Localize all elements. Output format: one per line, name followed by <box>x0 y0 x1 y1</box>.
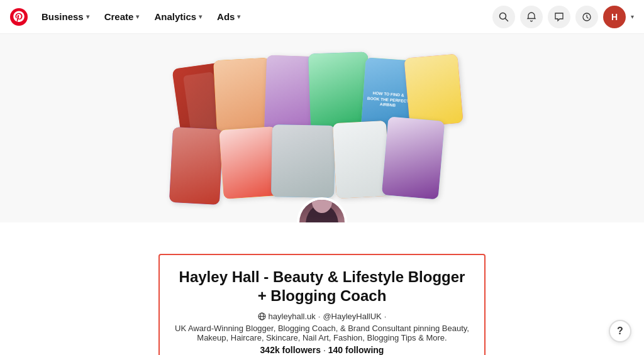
main-content: HOW TO FIND & BOOK THE PERFECT AIRBNB <box>0 34 644 355</box>
nav-ads-label: Ads <box>217 11 235 22</box>
followers-count[interactable]: 342k followers <box>260 345 321 355</box>
cover-area: HOW TO FIND & BOOK THE PERFECT AIRBNB <box>0 34 644 222</box>
search-icon <box>499 12 509 22</box>
pin-card <box>382 116 445 199</box>
profile-website[interactable]: hayleyhall.uk <box>269 312 316 321</box>
updates-icon <box>582 12 592 22</box>
avatar-silhouette <box>306 204 338 222</box>
profile-avatar <box>297 197 347 222</box>
nav-left: Business ▾ Create ▾ Analytics ▾ Ads ▾ <box>10 8 247 26</box>
pin-card <box>169 127 223 205</box>
avatar-chevron-icon: ▾ <box>631 13 634 20</box>
messages-button[interactable] <box>548 6 570 28</box>
nav-analytics-label: Analytics <box>154 11 196 22</box>
nav-business[interactable]: Business ▾ <box>35 8 96 26</box>
chevron-down-icon: ▾ <box>136 13 139 20</box>
nav-create-label: Create <box>104 11 134 22</box>
collage: HOW TO FIND & BOOK THE PERFECT AIRBNB <box>171 46 473 210</box>
profile-avatar-wrapper <box>297 197 347 222</box>
navbar: Business ▾ Create ▾ Analytics ▾ Ads ▾ <box>0 0 644 34</box>
profile-stats: 342k followers · 140 following <box>175 345 469 355</box>
user-avatar[interactable]: H <box>603 6 626 28</box>
bio-separator-2: · <box>384 312 387 321</box>
profile-name: Hayley Hall - Beauty & Lifestyle Blogger… <box>175 268 469 305</box>
globe-icon <box>258 312 266 320</box>
pin-card <box>271 124 335 198</box>
nav-right: H ▾ <box>492 6 634 28</box>
chevron-down-icon: ▾ <box>86 13 89 20</box>
chat-icon <box>554 12 564 22</box>
avatar-initials: H <box>611 12 618 22</box>
updates-button[interactable] <box>575 6 598 28</box>
svg-line-2 <box>506 18 508 21</box>
chevron-down-icon: ▾ <box>237 13 240 20</box>
nav-ads[interactable]: Ads ▾ <box>211 8 247 26</box>
help-button[interactable]: ? <box>609 320 631 342</box>
bio-separator: · <box>318 312 321 321</box>
stats-separator: · <box>323 345 328 355</box>
chevron-down-icon: ▾ <box>199 13 202 20</box>
profile-info-box: Hayley Hall - Beauty & Lifestyle Blogger… <box>158 254 486 355</box>
pinterest-logo-icon[interactable] <box>10 8 28 26</box>
profile-bio-text: UK Award-Winning Blogger, Blogging Coach… <box>175 324 469 342</box>
notifications-button[interactable] <box>520 6 543 28</box>
bell-icon <box>526 12 536 22</box>
pin-card <box>333 121 390 199</box>
help-label: ? <box>617 325 623 337</box>
pin-card <box>404 54 463 128</box>
nav-analytics[interactable]: Analytics ▾ <box>148 8 208 26</box>
nav-business-label: Business <box>42 11 84 22</box>
profile-handle: @HayleyHallUK <box>323 312 381 321</box>
avatar-head <box>312 197 332 213</box>
avatar-image <box>299 200 345 222</box>
nav-create[interactable]: Create ▾ <box>98 8 146 26</box>
following-count[interactable]: 140 following <box>328 345 384 355</box>
search-button[interactable] <box>492 6 515 28</box>
profile-bio-line: hayleyhall.uk · @HayleyHallUK · UK Award… <box>175 312 469 342</box>
